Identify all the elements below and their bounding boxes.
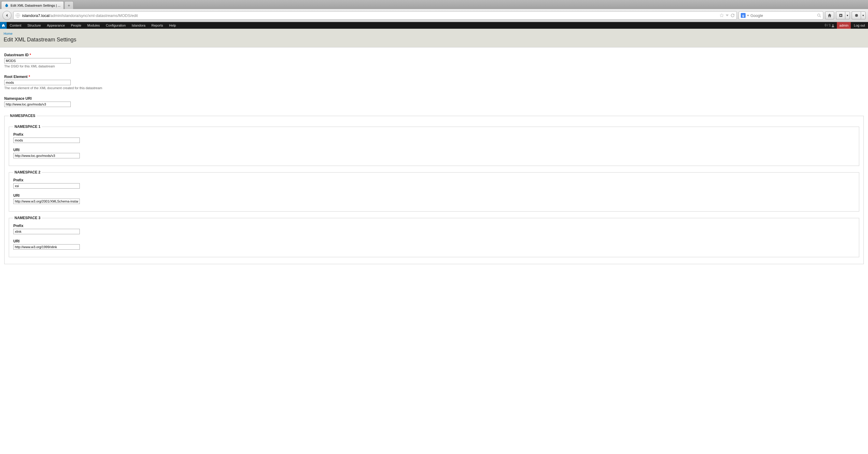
menu-islandora[interactable]: Islandora <box>129 22 148 29</box>
tab-title: Edit XML Datastream Settings | ... <box>10 4 60 7</box>
breadcrumb: Home <box>4 32 864 35</box>
desc-datastream-id: The DSID for this XML datastream <box>4 64 864 68</box>
dropdown-icon[interactable] <box>726 14 729 17</box>
menu-people[interactable]: People <box>68 22 84 29</box>
input-ns1-prefix[interactable] <box>13 138 80 143</box>
admin-toolbar-right: 0 / 1 admin Log out <box>823 22 868 29</box>
search-bar[interactable]: g ▼ <box>739 11 823 20</box>
field-ns1-uri: URI <box>13 148 855 158</box>
reload-icon[interactable] <box>731 13 735 18</box>
menu-modules[interactable]: Modules <box>84 22 103 29</box>
admin-menu: Content Structure Appearance People Modu… <box>7 22 179 29</box>
logout-link[interactable]: Log out <box>851 22 868 29</box>
bookmark-star-icon[interactable] <box>720 13 724 18</box>
menu-help[interactable]: Help <box>166 22 179 29</box>
url-actions <box>720 13 735 18</box>
search-engine-dropdown-icon[interactable]: ▼ <box>747 14 749 17</box>
menu-configuration[interactable]: Configuration <box>103 22 128 29</box>
search-icon[interactable] <box>817 13 821 18</box>
menu-reports[interactable]: Reports <box>148 22 166 29</box>
field-namespace-uri: Namespace URI <box>4 96 864 107</box>
back-icon <box>5 13 9 18</box>
desc-root-element: The root element of the XML document cre… <box>4 86 864 90</box>
legend-ns3: NAMESPACE 3 <box>13 216 42 220</box>
addon-button[interactable] <box>852 11 861 19</box>
back-button[interactable] <box>2 11 11 20</box>
globe-icon <box>16 13 20 18</box>
field-root-element: Root Element * The root element of the X… <box>4 75 864 90</box>
fieldset-namespace-2: NAMESPACE 2 Prefix URI <box>9 170 859 212</box>
label-ns2-prefix: Prefix <box>13 178 855 182</box>
fieldset-namespace-1: NAMESPACE 1 Prefix URI <box>9 124 859 166</box>
url-bar[interactable]: islandora7.local/admin/islandora/sync/xm… <box>13 11 737 20</box>
input-ns2-prefix[interactable] <box>13 183 80 189</box>
addon-split-button: ▼ <box>852 11 866 19</box>
field-ns3-uri: URI <box>13 239 855 250</box>
svg-point-1 <box>817 14 820 16</box>
label-ns1-uri: URI <box>13 148 855 152</box>
fieldset-namespaces: NAMESPACES NAMESPACE 1 Prefix URI NAMESP… <box>4 114 864 264</box>
input-root-element[interactable] <box>4 80 71 85</box>
label-root-element: Root Element * <box>4 75 864 79</box>
admin-toolbar: Content Structure Appearance People Modu… <box>0 22 868 29</box>
input-ns2-uri[interactable] <box>13 199 80 204</box>
users-icon <box>831 24 834 27</box>
addon-dropdown[interactable]: ▼ <box>861 11 866 19</box>
svg-point-3 <box>832 25 834 26</box>
label-namespace-uri: Namespace URI <box>4 96 864 101</box>
breadcrumb-home[interactable]: Home <box>4 32 12 35</box>
label-ns1-prefix: Prefix <box>13 132 855 137</box>
bookmarks-dropdown[interactable]: ▼ <box>845 11 850 19</box>
tab-bar: Edit XML Datastream Settings | ... + <box>0 0 868 9</box>
input-ns1-uri[interactable] <box>13 153 80 158</box>
label-datastream-id: Datastream ID * <box>4 53 864 57</box>
google-icon: g <box>741 13 746 18</box>
field-ns2-prefix: Prefix <box>13 178 855 189</box>
input-ns3-prefix[interactable] <box>13 229 80 234</box>
content: Datastream ID * The DSID for this XML da… <box>0 48 868 274</box>
label-ns3-uri: URI <box>13 239 855 243</box>
fieldset-namespace-3: NAMESPACE 3 Prefix URI <box>9 216 859 257</box>
puzzle-icon <box>855 13 859 18</box>
home-button[interactable] <box>825 11 834 19</box>
page-title: Edit XML Datastream Settings <box>4 37 864 43</box>
legend-namespaces: NAMESPACES <box>9 114 37 118</box>
drupal-favicon <box>4 3 9 7</box>
input-datastream-id[interactable] <box>4 58 71 63</box>
legend-ns2: NAMESPACE 2 <box>13 170 42 174</box>
bookmarks-icon <box>839 13 843 18</box>
menu-appearance[interactable]: Appearance <box>44 22 68 29</box>
url-text: islandora7.local/admin/islandora/sync/xm… <box>22 13 720 18</box>
admin-home-icon[interactable] <box>0 22 7 29</box>
bookmarks-button[interactable] <box>836 11 845 19</box>
field-ns3-prefix: Prefix <box>13 224 855 234</box>
menu-structure[interactable]: Structure <box>25 22 44 29</box>
field-datastream-id: Datastream ID * The DSID for this XML da… <box>4 53 864 68</box>
legend-ns1: NAMESPACE 1 <box>13 124 42 129</box>
input-ns3-uri[interactable] <box>13 244 80 250</box>
nav-bar: islandora7.local/admin/islandora/sync/xm… <box>0 9 868 22</box>
browser-chrome: Edit XML Datastream Settings | ... + isl… <box>0 0 868 22</box>
new-tab-button[interactable]: + <box>64 1 73 9</box>
menu-content[interactable]: Content <box>7 22 25 29</box>
page-header: Home Edit XML Datastream Settings <box>0 29 868 48</box>
bookmarks-split-button: ▼ <box>836 11 850 19</box>
input-namespace-uri[interactable] <box>4 101 71 107</box>
label-ns2-uri: URI <box>13 193 855 198</box>
home-icon <box>828 13 832 18</box>
field-ns2-uri: URI <box>13 193 855 204</box>
browser-tab[interactable]: Edit XML Datastream Settings | ... <box>1 1 64 9</box>
search-input[interactable] <box>750 13 817 18</box>
admin-user-link[interactable]: admin <box>837 22 851 29</box>
admin-counter: 0 / 1 <box>823 24 837 27</box>
label-ns3-prefix: Prefix <box>13 224 855 228</box>
field-ns1-prefix: Prefix <box>13 132 855 143</box>
